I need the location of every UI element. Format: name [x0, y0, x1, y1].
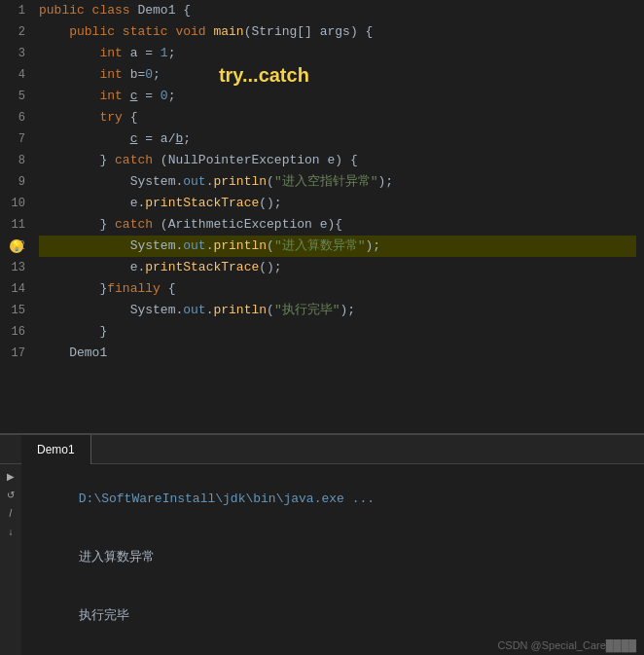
brace-close-11: }: [99, 214, 115, 236]
code-line-10: e.printStackTrace();: [39, 193, 636, 214]
indent-8: [39, 150, 99, 171]
code-content: public class Demo1 { public static void …: [31, 0, 644, 433]
var-c-2: c: [130, 128, 138, 150]
line-num-6: 6: [0, 107, 25, 128]
val-b: 0: [145, 64, 153, 86]
out-12: out: [183, 236, 205, 257]
var-b: b=: [130, 64, 146, 86]
dot-15: .: [206, 300, 214, 321]
out-9: out: [183, 171, 205, 193]
indent-11: [39, 214, 99, 236]
semi-1: ;: [168, 43, 176, 64]
code-line-7: c = a/b;: [39, 128, 636, 150]
fn-stacktrace-2: printStackTrace: [145, 257, 259, 278]
stop-icon[interactable]: /: [3, 505, 18, 521]
indent-12: [39, 236, 130, 257]
rerun-icon[interactable]: ↺: [3, 487, 18, 502]
indent-16: [39, 321, 99, 343]
var-a: a =: [130, 43, 161, 64]
keyword-class: class: [92, 0, 138, 21]
fn-println-12: println: [213, 236, 267, 257]
keyword-int-b: int: [99, 64, 129, 86]
keyword-public-1: public: [39, 0, 92, 21]
keyword-try: try: [99, 107, 129, 128]
run-icon[interactable]: ▶: [3, 468, 18, 484]
str-done: "执行完毕": [274, 300, 340, 321]
fn-stacktrace-1: printStackTrace: [145, 193, 259, 214]
code-line-14: }finally {: [39, 278, 636, 300]
output-tab-bar: Demo1: [0, 435, 644, 464]
indent-15: [39, 300, 130, 321]
line-num-2: 2: [0, 21, 25, 43]
indent-14: [39, 278, 99, 300]
line-num-8: 8: [0, 150, 25, 171]
str-ae: "进入算数异常": [274, 236, 366, 257]
keyword-public-2: public: [69, 21, 123, 43]
val-c: 0: [161, 86, 168, 107]
watermark: CSDN @Special_Care████: [497, 639, 636, 651]
code-line-9: System.out.println("进入空指针异常");: [39, 171, 636, 193]
code-line-12: System.out.println("进入算数异常");: [39, 236, 636, 257]
line-num-9: 9: [0, 171, 25, 193]
semi-7: ;: [183, 128, 191, 150]
indent-10: [39, 193, 130, 214]
fn-println-9: println: [213, 171, 267, 193]
var-c-1: c: [130, 86, 138, 107]
code-line-5: int c = 0;: [39, 86, 636, 107]
eq-c: =: [137, 86, 160, 107]
code-line-1: public class Demo1 {: [39, 0, 636, 21]
code-line-4: int b=0; try...catch: [39, 64, 636, 86]
system-9: System.: [130, 171, 184, 193]
paren-15-close: );: [340, 300, 355, 321]
out-15: out: [183, 300, 205, 321]
line-num-17: 17: [0, 343, 25, 364]
try-catch-label: try...catch: [219, 64, 309, 86]
keyword-int-c: int: [99, 86, 129, 107]
line-num-3: 3: [0, 43, 25, 64]
semi-13: ();: [259, 257, 281, 278]
indent-7: [39, 128, 130, 150]
indent-3: [39, 43, 99, 64]
catch-npe: (NullPointerException e) {: [161, 150, 358, 171]
output-tab-demo1[interactable]: Demo1: [21, 435, 91, 464]
println-9: .: [206, 171, 214, 193]
line-num-1: 1: [0, 0, 25, 21]
text-ae: 进入算数异常: [79, 550, 155, 564]
keyword-catch-2: catch: [115, 214, 161, 236]
code-line-3: int a = 1;: [39, 43, 636, 64]
dot-12: .: [206, 236, 214, 257]
catch-ae: (ArithmeticException e){: [161, 214, 342, 236]
scroll-icon[interactable]: ↓: [3, 524, 18, 539]
brace-close-8: }: [99, 150, 115, 171]
text-done: 执行完毕: [79, 608, 129, 623]
bulb-icon[interactable]: 💡: [10, 239, 23, 253]
paren-12-close: );: [365, 236, 380, 257]
output-panel: ▶ ↺ / ↓ Demo1 D:\SoftWareInstall\jdk\bin…: [0, 433, 644, 655]
semi-b: ;: [153, 64, 161, 86]
semi-c: ;: [168, 86, 176, 107]
line-num-15: 15: [0, 300, 25, 321]
val-1: 1: [161, 43, 168, 64]
str-npe: "进入空指针异常": [274, 171, 378, 193]
code-line-11: } catch (ArithmeticException e){: [39, 214, 636, 236]
system-15: System.: [130, 300, 184, 321]
line-num-5: 5: [0, 86, 25, 107]
paren-9-close: );: [377, 171, 393, 193]
indent-6: [39, 107, 99, 128]
line-num-10: 10: [0, 193, 25, 214]
keyword-catch-1: catch: [115, 150, 161, 171]
brace-finally: {: [168, 278, 176, 300]
indent-13: [39, 257, 130, 278]
keyword-static: static: [123, 21, 176, 43]
indent-17: [39, 343, 69, 364]
code-line-15: System.out.println("执行完毕");: [39, 300, 636, 321]
keyword-int-a: int: [99, 43, 129, 64]
indent-4: [39, 64, 99, 86]
editor-area: 1 2 3 4 5 6 7 8 9 10 11 12 13 14 15 16 1…: [0, 0, 644, 433]
indent-2: [39, 21, 69, 43]
code-line-16: }: [39, 321, 636, 343]
line-num-11: 11: [0, 214, 25, 236]
code-line-6: try {: [39, 107, 636, 128]
fn-println-15: println: [213, 300, 267, 321]
code-line-13: e.printStackTrace();: [39, 257, 636, 278]
